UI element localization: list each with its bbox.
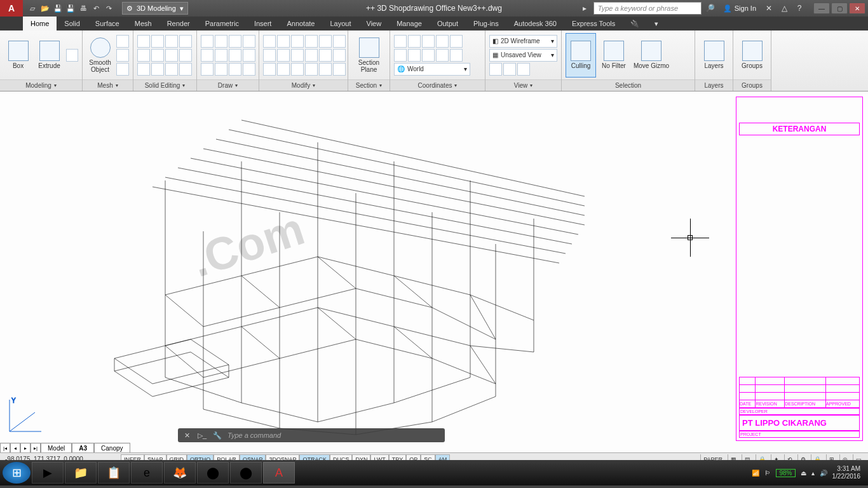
ucs-icon[interactable]	[422, 49, 435, 62]
open-icon[interactable]: 📂	[39, 3, 51, 14]
ucs-icon[interactable]	[408, 49, 421, 62]
mod-icon[interactable]	[291, 63, 304, 76]
toggle-lwt[interactable]: LWT	[370, 454, 388, 461]
draw-icon[interactable]	[201, 35, 214, 48]
box-button[interactable]: Box	[4, 33, 32, 78]
plot-icon[interactable]: 🖶	[78, 3, 89, 14]
minimize-button[interactable]: —	[813, 3, 830, 14]
panel-title-mesh[interactable]: Mesh▾	[83, 79, 133, 91]
tray-volume-icon[interactable]: 🔊	[820, 470, 827, 477]
visual-style-dropdown[interactable]: ◧2D Wireframe▾	[489, 35, 557, 48]
ucs-icon[interactable]	[436, 49, 449, 62]
layout-tab-model[interactable]: Model	[41, 443, 72, 453]
draw-icon[interactable]	[215, 63, 227, 76]
new-icon[interactable]: ▱	[27, 3, 38, 14]
tab-view[interactable]: View	[359, 17, 390, 30]
tab-render[interactable]: Render	[159, 17, 198, 30]
tab-plugins[interactable]: Plug-ins	[466, 17, 506, 30]
se-icon[interactable]	[179, 63, 192, 76]
toggle-3dosnap[interactable]: 3DOSNAP	[266, 454, 299, 461]
grid-display-icon[interactable]: ▦	[728, 454, 739, 461]
taskbar-firefox[interactable]: 🦊	[164, 462, 196, 484]
se-icon[interactable]	[151, 63, 164, 76]
section-plane-button[interactable]: Section Plane	[352, 33, 386, 78]
taskbar-explorer[interactable]: 📁	[65, 462, 97, 484]
app-logo[interactable]: A	[0, 0, 23, 17]
mod-icon[interactable]	[305, 35, 318, 48]
toggle-infer[interactable]: INFER	[121, 454, 144, 461]
toggle-snap[interactable]: SNAP	[144, 454, 166, 461]
exchange-icon[interactable]: ✕	[763, 2, 775, 15]
mod-icon[interactable]	[333, 63, 346, 76]
mod-icon[interactable]	[305, 63, 318, 76]
mesh-icon-3[interactable]	[116, 63, 129, 76]
se-icon[interactable]	[179, 49, 192, 62]
view-icon[interactable]	[489, 63, 502, 76]
space-toggle[interactable]: PAPER	[700, 454, 725, 461]
toggle-ducs[interactable]: DUCS	[330, 454, 353, 461]
signin-button[interactable]: 👤 Sign In	[719, 4, 760, 13]
tray-action-icon[interactable]: 🏳	[764, 470, 771, 477]
panel-title-solid-editing[interactable]: Solid Editing▾	[133, 79, 196, 91]
toggle-otrack[interactable]: OTRACK	[299, 454, 330, 461]
ucs-icon[interactable]	[436, 35, 449, 48]
panel-title-draw[interactable]: Draw▾	[197, 79, 259, 91]
panel-title-view[interactable]: View▾	[485, 79, 561, 91]
culling-button[interactable]: Culling	[566, 33, 596, 78]
tray-chevron-icon[interactable]: ▴	[811, 470, 815, 477]
draw-icon[interactable]	[201, 49, 214, 62]
toggle-qp[interactable]: QP	[406, 454, 421, 461]
toggle-ortho[interactable]: ORTHO	[187, 454, 214, 461]
smooth-object-button[interactable]: Smooth Object	[86, 33, 114, 78]
arrow-icon[interactable]: ▸	[578, 2, 591, 15]
layout-next-icon[interactable]: ▸	[20, 443, 31, 453]
ucs-icon[interactable]	[394, 35, 407, 48]
taskbar-mediaplayer[interactable]: ▶	[32, 462, 64, 484]
annotation-auto-icon[interactable]: ⟲	[784, 454, 795, 461]
mod-icon[interactable]	[263, 63, 276, 76]
toolbar-lock-icon[interactable]: 🔒	[811, 454, 824, 461]
redo-icon[interactable]: ↷	[103, 3, 114, 14]
taskbar-chrome2[interactable]: ⬤	[230, 462, 262, 484]
ucs-icon[interactable]	[394, 49, 407, 62]
ribbon-options-icon[interactable]: ▾	[647, 17, 666, 30]
drawing-area[interactable]: .Com	[0, 92, 868, 460]
toggle-sc[interactable]: SC	[421, 454, 435, 461]
layout-first-icon[interactable]: |◂	[0, 443, 10, 453]
tab-featured-apps-icon[interactable]: 🔌	[623, 17, 647, 30]
se-icon[interactable]	[179, 35, 192, 48]
saveas-icon[interactable]: 💾	[65, 3, 76, 14]
taskbar-ie[interactable]: e	[131, 462, 163, 484]
layout-last-icon[interactable]: ▸|	[31, 443, 41, 453]
tray-safely-remove-icon[interactable]: ⏏	[801, 470, 806, 477]
tab-solid[interactable]: Solid	[57, 17, 87, 30]
ucs-world-dropdown[interactable]: 🌐World▾	[394, 63, 470, 76]
extrude-button[interactable]: Extrude	[35, 33, 64, 78]
workspace-dropdown[interactable]: ⚙ 3D Modeling ▾	[122, 2, 188, 15]
saved-view-dropdown[interactable]: ▦Unsaved View▾	[489, 49, 557, 62]
tab-mesh[interactable]: Mesh	[127, 17, 159, 30]
draw-icon[interactable]	[215, 35, 227, 48]
se-icon[interactable]	[137, 49, 150, 62]
toggle-osnap[interactable]: OSNAP	[240, 454, 266, 461]
binoculars-icon[interactable]: 🔎	[704, 2, 717, 15]
tab-expresstools[interactable]: Express Tools	[564, 17, 623, 30]
mod-icon[interactable]	[333, 35, 346, 48]
tab-home[interactable]: Home	[23, 17, 57, 30]
mod-icon[interactable]	[305, 49, 318, 62]
clean-screen-icon[interactable]: ▭	[853, 454, 864, 461]
se-icon[interactable]	[165, 63, 178, 76]
toggle-polar[interactable]: POLAR	[214, 454, 240, 461]
draw-icon[interactable]	[229, 63, 241, 76]
mod-icon[interactable]	[291, 49, 304, 62]
annotation-visibility-icon[interactable]: ✦	[771, 454, 782, 461]
tab-parametric[interactable]: Parametric	[198, 17, 247, 30]
taskbar-autocad[interactable]: A	[263, 462, 295, 484]
layers-button[interactable]: Layers	[699, 33, 729, 78]
tray-network-icon[interactable]: 📶	[752, 470, 759, 477]
ucs-icon[interactable]	[408, 35, 421, 48]
se-icon[interactable]	[165, 35, 178, 48]
presspull-icon[interactable]	[66, 49, 78, 62]
mod-icon[interactable]	[319, 63, 332, 76]
tab-surface[interactable]: Surface	[88, 17, 127, 30]
